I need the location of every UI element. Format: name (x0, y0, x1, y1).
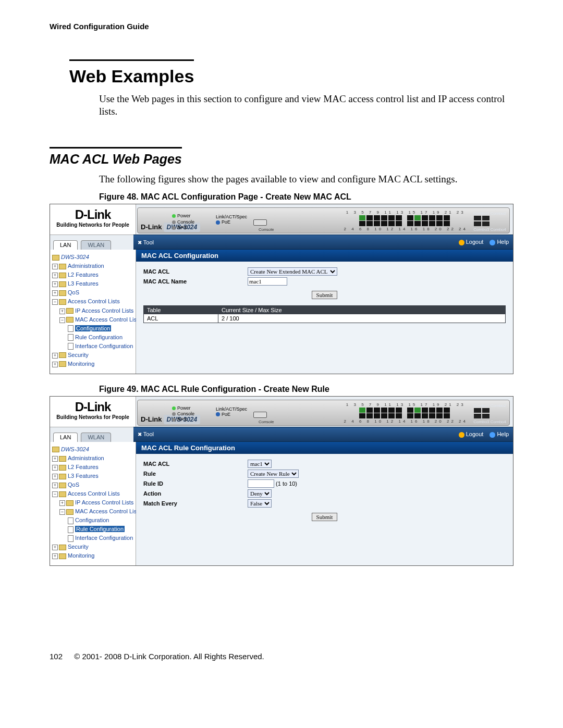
device-graphic: D-Link Power Console RPS Link/ACT/Spec P… (137, 207, 510, 233)
tab-wlan[interactable]: WLAN (81, 240, 111, 250)
body-paragraph: The following figures show the pages ava… (99, 173, 513, 186)
brand-tagline: Building Networks for People (51, 222, 134, 228)
folder-icon (52, 255, 59, 261)
figure-48-screenshot: D-Link Building Networks for People D-Li… (50, 204, 513, 374)
tree-monitoring[interactable]: +Monitoring (51, 551, 134, 560)
panel-title: MAC ACL Rule Configuration (136, 442, 513, 454)
status-leds: Power Console RPS (172, 213, 194, 231)
logout-icon (459, 432, 464, 438)
page-footer: 102 © 2001- 2008 D-Link Corporation. All… (50, 652, 513, 661)
table-row: ACL 2 / 100 (144, 314, 505, 323)
running-header: Wired Configuration Guide (50, 22, 513, 31)
mac-acl-select[interactable]: Create New Extended MAC ACL (248, 267, 337, 276)
help-button[interactable]: Help (489, 239, 509, 245)
mac-acl-label: MAC ACL (143, 268, 248, 275)
section-heading-1: Web Examples (69, 59, 194, 87)
tree-qos[interactable]: +QoS (51, 288, 134, 297)
combo-ports: Combo1 Combo2 Combo3 Combo4 (473, 403, 506, 424)
tree-administration[interactable]: +Administration (51, 454, 134, 463)
tree-ip-acl[interactable]: +IP Access Control Lists (51, 498, 134, 507)
link-poe-leds: Link/ACT/Spec PoE (216, 406, 247, 417)
tree-configuration[interactable]: Configuration (51, 516, 134, 525)
nav-tree: DWS-3024 +Administration +L2 Features +L… (50, 250, 136, 374)
mac-acl-select[interactable]: mac1 (248, 460, 272, 468)
tree-rule-configuration[interactable]: Rule Configuration (51, 333, 134, 342)
copyright-text: © 2001- 2008 D-Link Corporation. All Rig… (74, 652, 264, 661)
action-select[interactable]: Deny (248, 489, 272, 498)
logo-panel: D-Link Building Networks for People (50, 204, 136, 235)
table-cell-size: 2 / 100 (218, 314, 505, 323)
tree-mac-acl[interactable]: −MAC Access Control Lists (51, 315, 134, 324)
logout-icon (459, 240, 464, 245)
tree-configuration[interactable]: Configuration (51, 324, 134, 333)
tree-acl[interactable]: −Access Control Lists (51, 489, 134, 498)
tab-lan[interactable]: LAN (53, 240, 78, 250)
tree-security[interactable]: +Security (51, 542, 134, 551)
toolbar: Tool Logout Help (133, 235, 513, 250)
rule-select[interactable]: Create New Rule (248, 470, 299, 478)
nav-tree: DWS-3024 +Administration +L2 Features +L… (50, 442, 136, 566)
help-button[interactable]: Help (489, 431, 509, 438)
rule-id-label: Rule ID (143, 480, 248, 487)
table-header-table: Table (144, 306, 218, 314)
logout-button[interactable]: Logout (459, 431, 484, 438)
tree-interface-configuration[interactable]: Interface Configuration (51, 534, 134, 542)
content-panel: MAC ACL Rule Configuration MAC ACL mac1 … (136, 442, 513, 566)
content-panel: MAC ACL Configuration MAC ACL Create New… (136, 250, 513, 374)
tree-l2-features[interactable]: +L2 Features (51, 270, 134, 279)
match-every-select[interactable]: False (248, 499, 272, 508)
link-poe-leds: Link/ACT/Spec PoE (216, 214, 247, 225)
tree-l2-features[interactable]: +L2 Features (51, 463, 134, 472)
tree-administration[interactable]: +Administration (51, 262, 134, 270)
tree-root[interactable]: DWS-3024 (51, 445, 134, 454)
table-header-size: Current Size / Max Size (218, 306, 505, 314)
section-heading-2: MAC ACL Web Pages (50, 147, 182, 167)
help-icon (489, 432, 495, 438)
document-page: Wired Configuration Guide Web Examples U… (0, 0, 563, 676)
combo-ports: Combo1 Combo2 Combo3 Combo4 (473, 211, 506, 232)
logout-button[interactable]: Logout (459, 239, 484, 245)
mac-acl-name-input[interactable] (248, 277, 287, 286)
section-heading-2-wrap: MAC ACL Web Pages (50, 132, 513, 173)
section-heading-1-wrap: Web Examples (50, 59, 513, 93)
console-port-icon (253, 219, 267, 226)
figure-49-screenshot: D-Link Building Networks for People D-Li… (50, 396, 513, 566)
tree-rule-configuration[interactable]: Rule Configuration (51, 525, 134, 534)
brand-logo: D-Link (51, 207, 134, 222)
intro-paragraph: Use the Web pages in this section to con… (99, 93, 513, 118)
status-leds: Power Console RPS (172, 405, 194, 423)
figure-49-caption: Figure 49. MAC ACL Rule Configuration - … (99, 385, 513, 394)
left-tabs: LAN WLAN (50, 235, 133, 250)
port-grid: 1 3 5 7 9 11 13 15 17 19 21 23 2 4 6 8 1… (342, 402, 468, 424)
help-icon (489, 240, 495, 245)
tree-qos[interactable]: +QoS (51, 480, 134, 489)
tree-l3-features[interactable]: +L3 Features (51, 279, 134, 288)
action-label: Action (143, 490, 248, 497)
submit-button[interactable]: Submit (312, 513, 338, 521)
brand-logo: D-Link (51, 400, 134, 414)
tree-monitoring[interactable]: +Monitoring (51, 360, 134, 368)
tree-security[interactable]: +Security (51, 351, 134, 360)
tree-mac-acl[interactable]: −MAC Access Control Lists (51, 507, 134, 516)
panel-title: MAC ACL Configuration (136, 250, 513, 262)
tool-menu[interactable]: Tool (138, 431, 154, 437)
rule-label: Rule (143, 471, 248, 477)
page-number: 102 (50, 652, 63, 661)
port-grid: 1 3 5 7 9 11 13 15 17 19 21 23 2 4 6 8 1… (342, 210, 468, 232)
submit-button[interactable]: Submit (312, 291, 338, 299)
tree-interface-configuration[interactable]: Interface Configuration (51, 342, 134, 351)
rule-id-input[interactable] (248, 479, 274, 488)
tree-l3-features[interactable]: +L3 Features (51, 472, 134, 480)
tree-ip-acl[interactable]: +IP Access Control Lists (51, 306, 134, 315)
brand-on-device: D-Link (141, 415, 162, 423)
tree-acl[interactable]: −Access Control Lists (51, 297, 134, 306)
tree-root[interactable]: DWS-3024 (51, 253, 134, 262)
tab-wlan[interactable]: WLAN (81, 433, 111, 442)
tab-lan[interactable]: LAN (53, 433, 78, 442)
mac-acl-name-label: MAC ACL Name (143, 278, 248, 285)
toolbar: Tool Logout Help (133, 427, 513, 442)
console-port-icon (253, 412, 267, 418)
tool-menu[interactable]: Tool (138, 239, 154, 245)
left-tabs: LAN WLAN (50, 427, 133, 442)
console-label: Console (259, 227, 274, 232)
